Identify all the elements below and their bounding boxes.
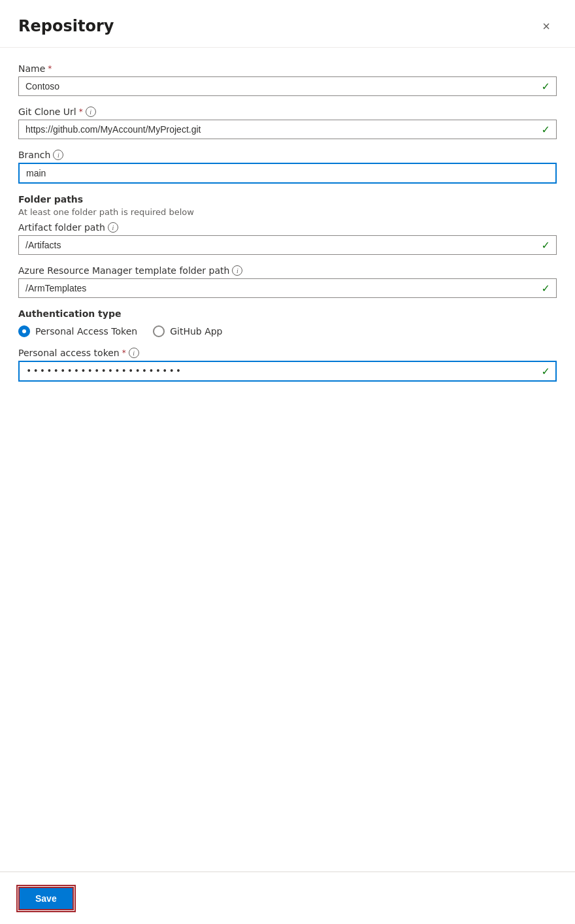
artifact-check-icon: ✓ — [542, 239, 550, 252]
pat-required-star: * — [122, 348, 126, 357]
branch-label: Branch i — [18, 150, 557, 160]
name-input[interactable] — [18, 76, 557, 96]
branch-field-group: Branch i — [18, 150, 557, 184]
personal-access-token-radio-circle — [18, 325, 30, 337]
personal-access-token-radio-option[interactable]: Personal Access Token — [18, 325, 137, 337]
folder-paths-section: Folder paths At least one folder path is… — [18, 194, 557, 298]
name-check-icon: ✓ — [542, 80, 550, 93]
artifact-folder-group: Artifact folder path i ✓ — [18, 222, 557, 255]
name-required-star: * — [48, 64, 52, 73]
personal-access-token-label: Personal access token * i — [18, 348, 557, 358]
git-clone-url-input[interactable] — [18, 120, 557, 139]
form-content: Name * ✓ Git Clone Url * i ✓ Branch — [0, 48, 575, 924]
personal-access-token-radio-label: Personal Access Token — [35, 326, 137, 337]
personal-access-token-input-wrapper: ✓ — [18, 361, 557, 382]
folder-paths-subtitle: At least one folder path is required bel… — [18, 207, 557, 217]
repository-panel: Repository × Name * ✓ Git Clone Url * i — [0, 0, 575, 924]
artifact-folder-label: Artifact folder path i — [18, 222, 557, 233]
git-clone-url-label: Git Clone Url * i — [18, 107, 557, 117]
branch-input-wrapper — [18, 163, 557, 184]
branch-input[interactable] — [18, 163, 557, 184]
page-title: Repository — [18, 17, 114, 35]
github-app-radio-label: GitHub App — [170, 326, 222, 337]
git-clone-info-icon[interactable]: i — [86, 107, 96, 117]
close-button[interactable]: × — [536, 16, 557, 37]
git-clone-required-star: * — [79, 107, 83, 116]
artifact-folder-input-wrapper: ✓ — [18, 235, 557, 255]
name-field-group: Name * ✓ — [18, 63, 557, 96]
arm-template-input[interactable] — [18, 278, 557, 298]
panel-header: Repository × — [0, 0, 575, 48]
arm-template-info-icon[interactable]: i — [232, 265, 242, 276]
arm-template-folder-group: Azure Resource Manager template folder p… — [18, 265, 557, 298]
pat-info-icon[interactable]: i — [129, 348, 139, 358]
name-label: Name * — [18, 63, 557, 74]
pat-check-icon: ✓ — [542, 365, 550, 378]
auth-type-title: Authentication type — [18, 308, 557, 319]
git-clone-check-icon: ✓ — [542, 124, 550, 136]
auth-type-section: Authentication type Personal Access Toke… — [18, 308, 557, 382]
git-clone-url-field-group: Git Clone Url * i ✓ — [18, 107, 557, 139]
panel-footer: Save — [0, 872, 575, 924]
save-button[interactable]: Save — [18, 887, 74, 910]
personal-access-token-field-group: Personal access token * i ✓ — [18, 348, 557, 382]
artifact-folder-input[interactable] — [18, 235, 557, 255]
arm-template-input-wrapper: ✓ — [18, 278, 557, 298]
personal-access-token-input[interactable] — [18, 361, 557, 382]
branch-info-icon[interactable]: i — [53, 150, 63, 160]
arm-template-folder-label: Azure Resource Manager template folder p… — [18, 265, 557, 276]
github-app-radio-option[interactable]: GitHub App — [153, 325, 222, 337]
auth-type-radio-group: Personal Access Token GitHub App — [18, 325, 557, 337]
git-clone-url-input-wrapper: ✓ — [18, 120, 557, 139]
folder-paths-title: Folder paths — [18, 194, 557, 205]
arm-template-check-icon: ✓ — [542, 282, 550, 295]
github-app-radio-circle — [153, 325, 165, 337]
name-input-wrapper: ✓ — [18, 76, 557, 96]
artifact-info-icon[interactable]: i — [108, 222, 118, 233]
close-icon: × — [542, 19, 550, 34]
